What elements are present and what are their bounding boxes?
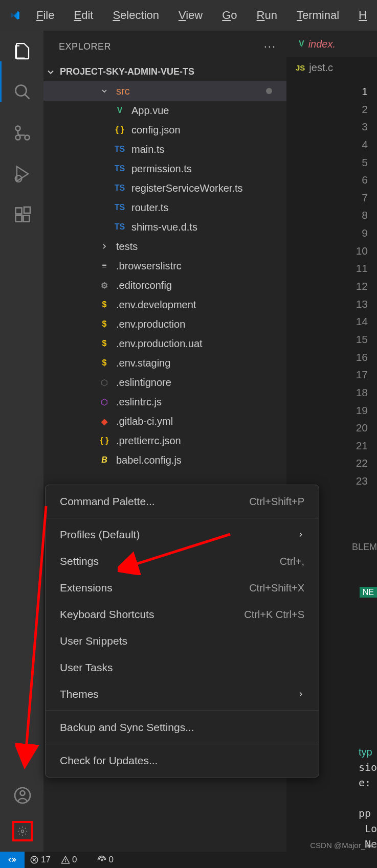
project-name: PROJECT-SKY-ADMIN-VUE-TS — [60, 66, 194, 77]
file-row[interactable]: ⚙.editorconfig — [43, 276, 286, 295]
file-row[interactable]: ⬡.eslintrc.js — [43, 392, 286, 412]
remote-button[interactable] — [0, 852, 25, 868]
shortcut-label: Ctrl+Shift+P — [249, 496, 304, 508]
menu-item-user-snippets[interactable]: User Snippets — [46, 628, 319, 654]
menu-go[interactable]: Go — [222, 9, 237, 22]
js-icon: JS — [296, 63, 305, 72]
menu-item-backup-and-sync-settings[interactable]: Backup and Sync Settings... — [46, 714, 319, 741]
line-number: 21 — [286, 437, 368, 455]
file-row[interactable]: VApp.vue — [43, 101, 286, 120]
file-row[interactable]: TSrouter.ts — [43, 198, 286, 217]
chevron-right-icon — [297, 529, 304, 541]
menu-item-profiles-default[interactable]: Profiles (Default) — [46, 521, 319, 548]
tree-label: .eslintrc.js — [116, 396, 276, 408]
TS-icon: TS — [113, 181, 126, 195]
file-row[interactable]: $.env.production.uat — [43, 334, 286, 353]
activity-explorer-icon[interactable] — [12, 41, 33, 61]
status-warnings[interactable]: 0 — [56, 855, 82, 865]
tree-label: .editorconfig — [116, 280, 276, 291]
tree-label: registerServiceWorker.ts — [131, 182, 276, 194]
activity-extensions-icon[interactable] — [12, 204, 33, 225]
tree-label: .env.production.uat — [116, 338, 276, 350]
editor-tab[interactable]: V index. — [292, 31, 343, 57]
tree-label: babel.config.js — [116, 454, 276, 466]
file-row[interactable]: ◆.gitlab-ci.yml — [43, 412, 286, 431]
menu-item-extensions[interactable]: ExtensionsCtrl+Shift+X — [46, 575, 319, 601]
menu-run[interactable]: Run — [257, 9, 277, 22]
vscode-logo-icon — [10, 7, 20, 24]
file-row[interactable]: TSregisterServiceWorker.ts — [43, 178, 286, 198]
statusbar: 17 0 0 — [0, 852, 377, 868]
activity-accounts-icon[interactable] — [12, 785, 33, 806]
breadcrumb[interactable]: JS jest.c — [286, 57, 377, 78]
◆-icon: ◆ — [98, 415, 111, 428]
file-row[interactable]: { }.prettierrc.json — [43, 431, 286, 450]
file-row[interactable]: ≡.browserslistrc — [43, 256, 286, 276]
svg-point-12 — [21, 830, 24, 833]
menu-edit[interactable]: Edit — [74, 9, 93, 22]
svg-point-19 — [65, 861, 66, 862]
menu-item-user-tasks[interactable]: User Tasks — [46, 654, 319, 681]
$-icon: $ — [98, 356, 111, 370]
explorer-title: EXPLORER — [59, 41, 111, 52]
$-icon: $ — [98, 337, 111, 350]
file-row[interactable]: Bbabel.config.js — [43, 450, 286, 470]
svg-point-2 — [16, 126, 20, 131]
file-row[interactable]: TSmain.ts — [43, 140, 286, 159]
menu-item-keyboard-shortcuts[interactable]: Keyboard ShortcutsCtrl+K Ctrl+S — [46, 601, 319, 628]
line-number: 2 — [286, 101, 368, 119]
menu-item-settings[interactable]: SettingsCtrl+, — [46, 548, 319, 575]
V-icon: V — [113, 104, 126, 117]
file-row[interactable]: TSshims-vue.d.ts — [43, 217, 286, 237]
menu-file[interactable]: File — [36, 9, 54, 22]
line-number: 7 — [286, 189, 368, 207]
activity-settings-gear-icon[interactable] — [12, 821, 33, 841]
tree-label: router.ts — [131, 202, 276, 214]
activity-scm-icon[interactable] — [12, 123, 33, 143]
activitybar — [0, 31, 43, 852]
TS-icon: TS — [113, 201, 126, 214]
line-number: 20 — [286, 419, 368, 437]
line-number: 5 — [286, 154, 368, 172]
svg-point-3 — [25, 135, 30, 140]
status-ports[interactable]: 0 — [92, 855, 118, 865]
project-header[interactable]: PROJECT-SKY-ADMIN-VUE-TS — [43, 62, 286, 81]
tree-label: .env.staging — [116, 357, 276, 369]
svg-rect-6 — [16, 208, 22, 214]
tree-label: main.ts — [131, 144, 276, 155]
watermark: CSDN @Major_xx — [310, 841, 373, 850]
activity-run-debug-icon[interactable] — [12, 164, 33, 184]
line-number: 14 — [286, 313, 368, 331]
svg-point-11 — [20, 791, 25, 795]
⬡-icon: ⬡ — [98, 376, 111, 389]
menu-selection[interactable]: Selection — [113, 9, 159, 22]
file-row[interactable]: $.env.development — [43, 295, 286, 314]
file-row[interactable]: { }config.json — [43, 120, 286, 140]
line-number: 8 — [286, 207, 368, 224]
menu-view[interactable]: View — [179, 9, 203, 22]
line-number: 1 — [286, 83, 368, 101]
line-number: 11 — [286, 260, 368, 278]
TS-icon: TS — [113, 143, 126, 156]
status-errors[interactable]: 17 — [25, 855, 56, 865]
$-icon: $ — [98, 317, 111, 331]
menu-h[interactable]: H — [359, 9, 367, 22]
folder-row[interactable]: tests — [43, 237, 286, 256]
svg-point-4 — [16, 135, 20, 140]
file-row[interactable]: $.env.production — [43, 314, 286, 334]
file-row[interactable]: ⬡.eslintignore — [43, 373, 286, 392]
chevron-down-icon — [46, 67, 56, 77]
menu-item-check-for-updates[interactable]: Check for Updates... — [46, 747, 319, 774]
activity-search-icon[interactable] — [12, 82, 33, 102]
folder-row[interactable]: src — [43, 81, 286, 101]
tree-label: .browserslistrc — [116, 260, 276, 272]
menu-separator — [46, 744, 319, 744]
svg-rect-9 — [24, 207, 30, 213]
file-row[interactable]: $.env.staging — [43, 353, 286, 373]
file-row[interactable]: TSpermission.ts — [43, 159, 286, 178]
menu-item-command-palette[interactable]: Command Palette...Ctrl+Shift+P — [46, 488, 319, 515]
explorer-more-icon[interactable]: ··· — [264, 40, 276, 53]
svg-rect-7 — [16, 216, 22, 222]
menu-item-themes[interactable]: Themes — [46, 681, 319, 707]
menu-terminal[interactable]: Terminal — [297, 9, 339, 22]
